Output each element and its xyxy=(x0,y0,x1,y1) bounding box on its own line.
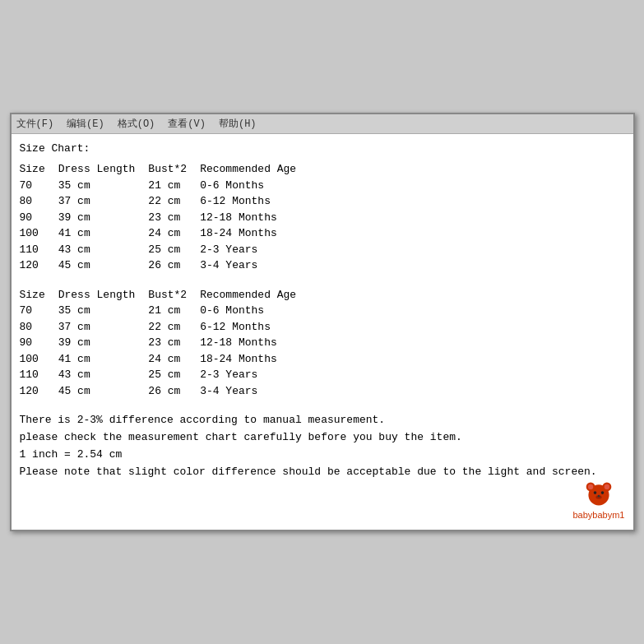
note-3: 1 inch = 2.54 cm xyxy=(20,447,625,464)
table-cell: 43 cm xyxy=(58,242,149,258)
table-cell: 18-24 Months xyxy=(200,351,309,368)
table-cell: 26 cm xyxy=(148,257,200,274)
table1-col-dress: Dress Length xyxy=(58,161,149,178)
table-cell: 22 cm xyxy=(148,319,200,336)
table-cell: 45 cm xyxy=(58,257,149,274)
table2-col-dress: Dress Length xyxy=(58,287,149,303)
table-cell: 35 cm xyxy=(58,178,149,194)
table-row: 10041 cm24 cm18-24 Months xyxy=(20,225,310,242)
table2-col-size: Size xyxy=(20,287,58,303)
menu-format[interactable]: 格式(O) xyxy=(118,117,155,131)
table-cell: 39 cm xyxy=(58,210,149,226)
table-cell: 23 cm xyxy=(148,210,200,226)
main-window: 文件(F) 编辑(E) 格式(O) 查看(V) 帮助(H) Size Chart… xyxy=(10,113,635,532)
note-4: Please note that slight color difference… xyxy=(20,464,625,481)
size-table-2: Size Dress Length Bust*2 Recommended Age… xyxy=(20,287,310,400)
table-cell: 41 cm xyxy=(58,351,149,368)
table-cell: 70 xyxy=(20,178,58,194)
table-row: 7035 cm21 cm0-6 Months xyxy=(20,303,310,319)
table-cell: 26 cm xyxy=(148,383,200,400)
table-cell: 0-6 Months xyxy=(200,303,309,319)
menu-edit[interactable]: 编辑(E) xyxy=(67,117,104,131)
table-cell: 37 cm xyxy=(58,319,149,336)
svg-point-3 xyxy=(588,484,593,489)
table-cell: 110 xyxy=(20,367,58,383)
table-cell: 43 cm xyxy=(58,367,149,383)
table-row: 11043 cm25 cm2-3 Years xyxy=(20,367,310,383)
table-cell: 23 cm xyxy=(148,335,200,351)
svg-point-6 xyxy=(601,491,605,494)
table-cell: 45 cm xyxy=(58,383,149,400)
notes-section: There is 2-3% difference according to ma… xyxy=(20,412,625,480)
table-cell: 12-18 Months xyxy=(200,335,309,351)
table-cell: 6-12 Months xyxy=(200,319,309,336)
table-cell: 0-6 Months xyxy=(200,178,309,194)
table1-col-age: Recommended Age xyxy=(200,161,309,178)
table1-col-bust: Bust*2 xyxy=(148,161,200,178)
table-cell: 18-24 Months xyxy=(200,225,309,242)
table-row: 12045 cm26 cm3-4 Years xyxy=(20,383,310,400)
table-cell: 24 cm xyxy=(148,225,200,242)
table-cell: 12-18 Months xyxy=(200,210,309,226)
table1-col-size: Size xyxy=(20,161,58,178)
svg-point-5 xyxy=(594,491,597,494)
table-cell: 24 cm xyxy=(148,351,200,368)
note-1: There is 2-3% difference according to ma… xyxy=(20,412,625,429)
table2-header-row: Size Dress Length Bust*2 Recommended Age xyxy=(20,287,310,303)
menu-view[interactable]: 查看(V) xyxy=(168,117,206,131)
table-row: 10041 cm24 cm18-24 Months xyxy=(20,351,310,368)
table-cell: 2-3 Years xyxy=(200,367,309,383)
menu-help[interactable]: 帮助(H) xyxy=(219,117,257,131)
table-cell: 39 cm xyxy=(58,335,149,351)
title-bar: 文件(F) 编辑(E) 格式(O) 查看(V) 帮助(H) xyxy=(12,114,633,134)
table-cell: 2-3 Years xyxy=(200,242,309,258)
table-cell: 21 cm xyxy=(148,303,200,319)
table-row: 9039 cm23 cm12-18 Months xyxy=(20,210,310,226)
content-area: Size Chart: Size Dress Length Bust*2 Rec… xyxy=(12,134,633,530)
table-cell: 35 cm xyxy=(58,303,149,319)
size-chart-title: Size Chart: xyxy=(20,141,625,157)
table-cell: 21 cm xyxy=(148,178,200,194)
table-cell: 120 xyxy=(20,257,58,274)
table-cell: 3-4 Years xyxy=(200,257,309,274)
table-cell: 22 cm xyxy=(148,193,200,210)
table-cell: 6-12 Months xyxy=(200,193,309,210)
table-row: 7035 cm21 cm0-6 Months xyxy=(20,178,310,194)
table-cell: 100 xyxy=(20,225,58,242)
table-cell: 70 xyxy=(20,303,58,319)
table2-col-age: Recommended Age xyxy=(200,287,309,303)
menu-file[interactable]: 文件(F) xyxy=(16,117,54,131)
size-table-1: Size Dress Length Bust*2 Recommended Age… xyxy=(20,161,310,274)
table-row: 8037 cm22 cm6-12 Months xyxy=(20,319,310,336)
bear-icon xyxy=(584,479,614,508)
table-cell: 80 xyxy=(20,319,58,336)
table-cell: 80 xyxy=(20,193,58,210)
table-row: 9039 cm23 cm12-18 Months xyxy=(20,335,310,351)
table1-header-row: Size Dress Length Bust*2 Recommended Age xyxy=(20,161,310,178)
watermark-text: babybabym1 xyxy=(573,508,625,522)
table-cell: 25 cm xyxy=(148,367,200,383)
table-cell: 100 xyxy=(20,351,58,368)
table-cell: 120 xyxy=(20,383,58,400)
table-cell: 90 xyxy=(20,335,58,351)
table-cell: 3-4 Years xyxy=(200,383,309,400)
table-cell: 25 cm xyxy=(148,242,200,258)
note-2: please check the measurement chart caref… xyxy=(20,429,625,447)
svg-point-8 xyxy=(598,495,600,498)
watermark: babybabym1 xyxy=(573,479,625,522)
table-row: 8037 cm22 cm6-12 Months xyxy=(20,193,310,210)
table-cell: 110 xyxy=(20,242,58,258)
table-cell: 90 xyxy=(20,210,58,226)
table-cell: 41 cm xyxy=(58,225,149,242)
table-cell: 37 cm xyxy=(58,193,149,210)
table-row: 12045 cm26 cm3-4 Years xyxy=(20,257,310,274)
table-row: 11043 cm25 cm2-3 Years xyxy=(20,242,310,258)
table2-col-bust: Bust*2 xyxy=(148,287,200,303)
svg-point-4 xyxy=(605,484,609,489)
